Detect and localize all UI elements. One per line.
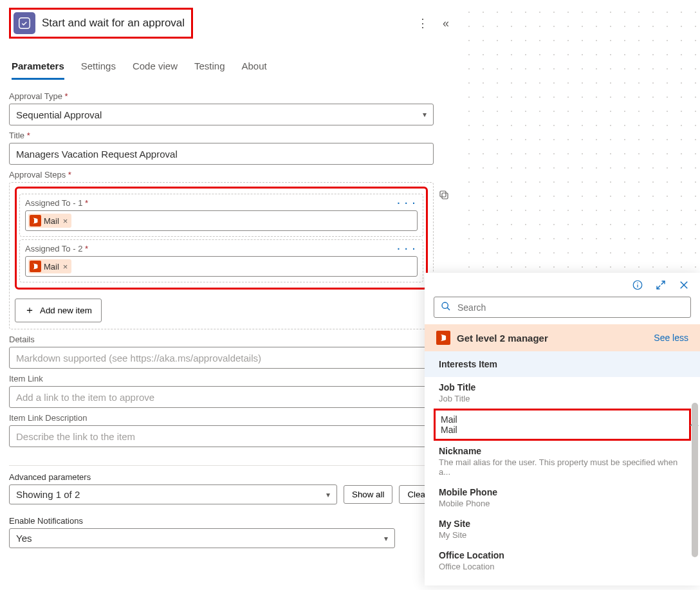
approval-type-select[interactable]: Sequential Approval ▾ [9,104,434,125]
step-2-assigned-input[interactable]: Mail × [25,256,418,277]
title-label: Title [9,131,449,140]
item-link-desc-input[interactable]: Describe the link to the item [9,425,434,447]
item-my-site[interactable]: My Site My Site [425,513,700,545]
item-link-desc-label: Item Link Description [9,413,449,423]
item-office-location[interactable]: Office Location Office Location [425,545,700,576]
item-nickname-desc: The mail alias for the user. This proper… [439,457,686,477]
chevron-down-icon: ▾ [326,490,330,499]
office-icon [436,331,450,345]
tab-about[interactable]: About [242,57,267,80]
item-mobile-phone[interactable]: Mobile Phone Mobile Phone [425,482,700,513]
popup-group-name: Get level 2 manager [457,333,548,344]
add-step-button[interactable]: ＋ Add new item [15,299,102,322]
approval-action-icon [14,12,35,34]
panel-header: Start and wait for an approval ⋮ « [9,8,449,39]
step-1: · · · Assigned To - 1 Mail × [19,194,423,237]
tab-parameters[interactable]: Parameters [12,57,64,80]
steps-highlight: · · · Assigned To - 1 Mail × · · · [15,187,428,290]
step-1-token-remove[interactable]: × [63,216,68,226]
tab-code-view[interactable]: Code view [133,57,178,80]
details-label: Details [9,335,449,344]
template-icon[interactable] [438,189,450,203]
more-icon[interactable]: ⋮ [417,16,428,30]
show-all-button[interactable]: Show all [344,485,392,504]
step-2-menu-icon[interactable]: · · · [398,244,416,254]
advanced-label: Advanced parameters [9,472,449,482]
approval-type-label: Approval Type [9,91,449,101]
item-office-location-desc: Office Location [439,562,686,571]
header-title-wrap: Start and wait for an approval [9,8,193,39]
info-icon[interactable] [632,279,643,293]
item-my-site-desc: My Site [439,530,686,540]
step-2-token: Mail × [28,259,71,273]
step-2-token-remove[interactable]: × [63,262,68,272]
item-job-title-key: Job Title [439,382,686,392]
item-nickname-key: Nickname [439,446,686,456]
item-mobile-phone-desc: Mobile Phone [439,499,686,508]
approval-type-value: Sequential Approval [16,109,102,120]
close-icon[interactable] [678,279,690,293]
scrollbar-thumb[interactable] [692,403,698,557]
item-mail-key: Mail [441,414,684,425]
tab-bar: Parameters Settings Code view Testing Ab… [9,57,449,80]
item-nickname[interactable]: Nickname The mail alias for the user. Th… [425,441,700,482]
svg-line-6 [661,281,665,284]
popup-search-input[interactable] [456,302,684,313]
tab-testing[interactable]: Testing [194,57,225,80]
item-mail[interactable]: Mail Mail [434,409,691,441]
item-mobile-phone-key: Mobile Phone [439,487,686,497]
advanced-select[interactable]: Showing 1 of 2 ▾ [9,484,337,504]
item-job-title[interactable]: Job Title Job Title [425,377,700,409]
dynamic-content-popup: Get level 2 manager See less Interests I… [425,273,700,585]
chevron-down-icon: ▾ [384,534,388,543]
svg-line-11 [447,308,450,310]
item-mail-desc: Mail [441,425,684,435]
popup-group-header[interactable]: Get level 2 manager See less [425,324,700,351]
step-1-label: Assigned To - 1 [25,198,418,208]
svg-line-7 [657,286,660,289]
config-panel: Start and wait for an approval ⋮ « Param… [0,0,458,556]
step-1-token-label: Mail [44,216,59,226]
enable-notif-label: Enable Notifications [9,516,449,526]
item-office-location-key: Office Location [439,550,686,560]
item-link-placeholder: Add a link to the item to approve [16,392,154,403]
enable-notif-select[interactable]: Yes ▾ [9,528,395,548]
details-placeholder: Markdown supported (see https://aka.ms/a… [16,353,261,364]
step-1-menu-icon[interactable]: · · · [398,198,416,208]
item-interests[interactable]: Interests Item [425,351,700,377]
step-1-assigned-input[interactable]: Mail × [25,210,418,231]
item-link-input[interactable]: Add a link to the item to approve [9,386,434,408]
steps-label: Approval Steps [9,170,449,180]
title-input[interactable]: Managers Vacation Request Approval [9,143,434,165]
see-less-link[interactable]: See less [654,333,688,343]
item-interests-key: Interests Item [439,359,497,369]
svg-rect-2 [442,193,448,199]
plus-icon: ＋ [24,304,35,317]
svg-rect-1 [440,191,446,197]
office-icon [30,215,41,226]
step-2-label: Assigned To - 2 [25,244,418,254]
search-icon [441,301,451,313]
svg-point-5 [637,282,638,284]
step-2: · · · Assigned To - 2 Mail × [19,239,423,282]
item-link-desc-placeholder: Describe the link to the item [16,431,135,442]
office-icon [30,261,41,272]
step-2-token-label: Mail [44,262,59,272]
chevron-down-icon: ▾ [423,110,427,119]
item-job-title-desc: Job Title [439,394,686,403]
details-input[interactable]: Markdown supported (see https://aka.ms/a… [9,347,434,369]
popup-list: Interests Item Job Title Job Title Mail … [425,351,700,585]
tab-settings[interactable]: Settings [81,57,116,80]
section-divider [9,465,434,466]
enable-notif-value: Yes [16,533,32,544]
designer-canvas [458,0,700,277]
item-link-label: Item Link [9,374,449,383]
expand-icon[interactable] [655,279,667,293]
svg-point-10 [442,302,448,308]
title-value: Managers Vacation Request Approval [16,149,178,160]
item-my-site-key: My Site [439,519,686,529]
panel-title: Start and wait for an approval [42,17,185,30]
svg-rect-0 [19,18,30,29]
collapse-icon[interactable]: « [443,17,449,30]
popup-search[interactable] [434,297,691,318]
